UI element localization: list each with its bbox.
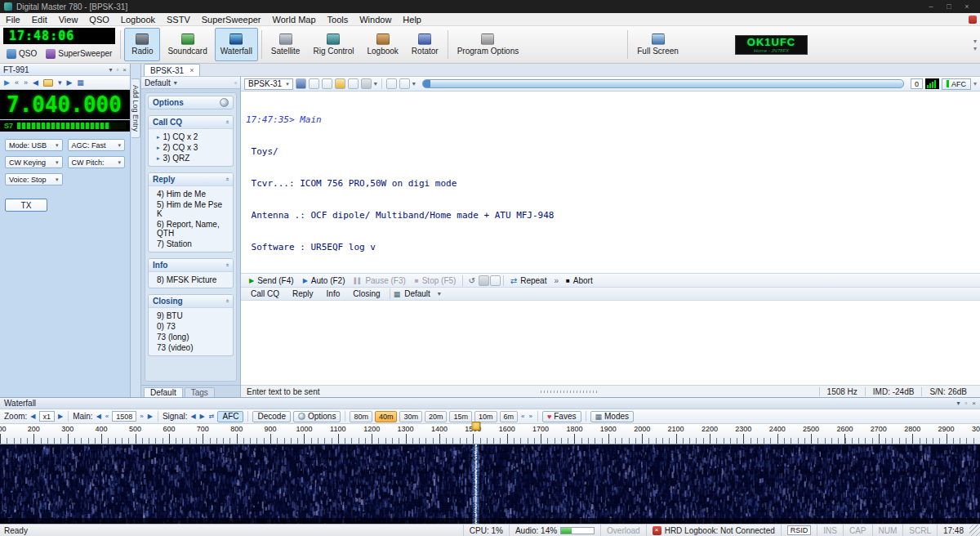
splitter-grip[interactable] (541, 391, 598, 393)
toolbar-overflow-icon[interactable]: ▾▾ (973, 28, 977, 61)
panel-menu-icon[interactable]: ▾ (109, 66, 112, 74)
modes-button[interactable]: ▦Modes (590, 411, 635, 422)
macro-item[interactable]: ▸2) CQ x 3 (149, 142, 233, 153)
band-40m[interactable]: 40m (375, 411, 398, 422)
transmit-pane[interactable] (241, 300, 980, 385)
grid-icon[interactable] (399, 78, 410, 89)
save-icon[interactable] (296, 78, 306, 89)
collapse-icon[interactable]: « (223, 263, 230, 266)
logbook-button[interactable]: Logbook (361, 28, 403, 61)
band-prev-icon[interactable]: « (520, 413, 525, 420)
macro-item[interactable]: 4) Him de Me (149, 189, 233, 199)
zoom-in-icon[interactable]: ▶ (57, 413, 64, 420)
rig-control-button[interactable]: Rig Control (307, 28, 359, 61)
preset-name[interactable]: Default (145, 78, 171, 87)
section-info-header[interactable]: Info « (149, 259, 233, 272)
minimize-button[interactable]: – (922, 2, 940, 11)
main-step-up-icon[interactable]: » (139, 413, 144, 420)
pin-icon[interactable]: ▫ (116, 66, 118, 74)
grid-caret-icon[interactable]: ▾ (412, 80, 416, 87)
menu-sstv[interactable]: SSTV (161, 15, 196, 25)
menu-supersweeper[interactable]: SuperSweeper (196, 15, 267, 25)
signal-swap-icon[interactable]: ⇄ (208, 413, 216, 420)
soundcard-button[interactable]: Soundcard (162, 28, 212, 61)
program-options-button[interactable]: Program Options (452, 28, 525, 61)
tab-default[interactable]: Default (144, 387, 183, 397)
macrotab-preset[interactable]: Default (402, 289, 436, 298)
satellite-button[interactable]: Satellite (265, 28, 306, 61)
macro-item[interactable]: 0) 73 (149, 321, 233, 332)
panel-close-icon[interactable]: × (972, 400, 976, 407)
macrotab-info[interactable]: Info (321, 289, 346, 298)
band-next-icon[interactable]: » (528, 413, 532, 420)
menu-help[interactable]: Help (397, 15, 427, 25)
waterfall-options-button[interactable]: Options (293, 411, 341, 422)
agc-button[interactable]: AGC: Fast▾ (68, 139, 126, 151)
afc-toggle[interactable]: AFC (942, 78, 971, 90)
band-15m[interactable]: 15m (449, 411, 472, 422)
menu-view[interactable]: View (53, 15, 84, 25)
menu-worldmap[interactable]: World Map (267, 15, 322, 25)
macro-item[interactable]: 8) MFSK Picture (149, 275, 233, 285)
menu-edit[interactable]: Edit (26, 15, 53, 25)
section-reply-header[interactable]: Reply « (149, 173, 233, 186)
close-button[interactable]: × (958, 2, 976, 11)
pause-button[interactable]: ▌▌Pause (F3) (350, 276, 409, 285)
macro-item[interactable]: 5) Him de Me Pse K (149, 199, 233, 219)
frequency-display[interactable]: 7.040.000 (0, 90, 130, 119)
menu-file[interactable]: File (0, 15, 26, 25)
abort-button[interactable]: ■Abort (562, 276, 597, 285)
voice-button[interactable]: Voice: Stop▾ (5, 173, 63, 185)
collapse-icon[interactable]: « (223, 299, 230, 302)
maximize-button[interactable]: □ (940, 2, 958, 11)
folder-caret-icon[interactable]: ▾ (58, 78, 62, 87)
edit-icon[interactable] (322, 78, 332, 89)
radio-button[interactable]: Radio (124, 28, 160, 61)
nav-fwd-icon[interactable]: ▶ (66, 78, 72, 87)
waterfall-afc-toggle[interactable]: AFC (217, 411, 243, 422)
rotator-button[interactable]: Rotator (406, 28, 444, 61)
main-frequency-value[interactable]: 1508 (112, 411, 136, 422)
faves-button[interactable]: ♥Faves (542, 411, 581, 422)
collapse-icon[interactable]: « (223, 177, 230, 181)
collapse-icon[interactable]: « (223, 120, 230, 123)
rsid-indicator[interactable]: RSID (787, 525, 812, 535)
stop-button[interactable]: ■Stop (F5) (411, 276, 461, 285)
band-30m[interactable]: 30m (399, 411, 422, 422)
signal-next-icon[interactable]: ▶ (199, 413, 206, 420)
qso-button[interactable]: QSO (3, 46, 40, 61)
waterfall-display[interactable] (0, 444, 980, 524)
macro-item[interactable]: ▸1) CQ x 2 (149, 132, 233, 142)
band-10m[interactable]: 10m (474, 411, 497, 422)
undo-icon[interactable]: ↺ (466, 276, 477, 285)
add-log-entry-tab[interactable]: Add Log Entry (131, 78, 140, 138)
send-button[interactable]: ▶Send (F4) (245, 276, 298, 285)
main-step-down-icon[interactable]: « (105, 413, 109, 420)
auto-button[interactable]: ▶Auto (F2) (299, 276, 350, 285)
section-closing-header[interactable]: Closing « (149, 295, 233, 308)
print-icon[interactable] (386, 78, 397, 89)
tab-bpsk31[interactable]: BPSK-31 × (144, 64, 200, 76)
preset-caret-icon[interactable]: ▾ (438, 290, 441, 297)
nav-left-icon[interactable]: « (15, 78, 19, 87)
macro-item[interactable]: ▸3) QRZ (149, 153, 233, 163)
macro-item[interactable]: 9) BTU (149, 310, 233, 321)
resize-grip[interactable] (969, 525, 980, 536)
nav-back-icon[interactable]: ◀ (33, 78, 38, 87)
menu-qso[interactable]: QSO (83, 15, 114, 25)
gear-icon[interactable] (220, 98, 229, 107)
nav-right-icon[interactable]: » (24, 78, 28, 87)
erase-icon[interactable] (348, 78, 359, 89)
macrotab-callcq[interactable]: Call CQ (245, 289, 285, 298)
band-80m[interactable]: 80m (350, 411, 372, 422)
squelch-slider[interactable] (422, 79, 904, 88)
repeat-button[interactable]: ⇄Repeat (506, 276, 551, 285)
macro-item[interactable]: 73 (video) (149, 342, 233, 353)
menu-status-icon[interactable] (969, 16, 977, 24)
macrotab-closing[interactable]: Closing (347, 289, 385, 298)
main-up-icon[interactable]: ▶ (147, 413, 154, 420)
tx-button[interactable]: TX (5, 199, 47, 212)
zoom-out-icon[interactable]: ◀ (29, 413, 36, 420)
folder-icon[interactable] (43, 79, 53, 87)
macro-item[interactable]: 73 (long) (149, 332, 233, 342)
